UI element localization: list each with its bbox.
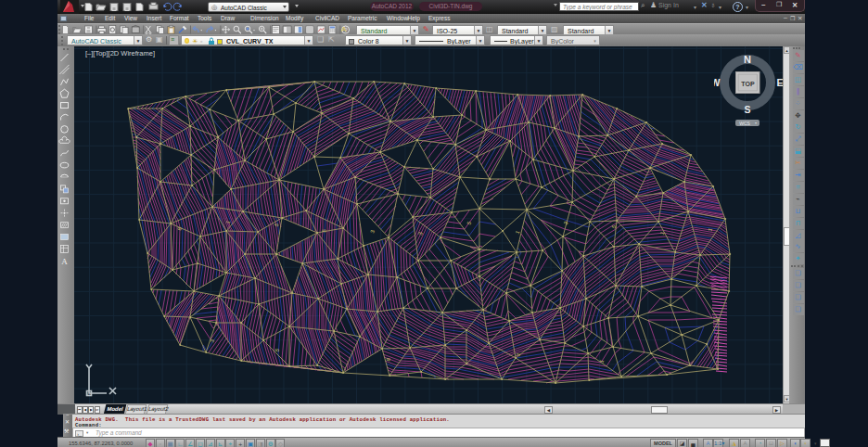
svg-text:N: N: [744, 54, 751, 65]
svg-text:S: S: [744, 104, 750, 115]
svg-text:▾: ▾: [755, 121, 757, 125]
svg-text:A: A: [61, 257, 68, 266]
svg-text:3: 3: [417, 231, 425, 236]
svg-text:3: 3: [209, 338, 216, 344]
svg-text:5: 5: [274, 348, 281, 353]
svg-text:3: 3: [369, 229, 377, 235]
svg-text:1: 1: [659, 230, 667, 236]
svg-text:1: 1: [598, 359, 606, 364]
svg-text:W: W: [714, 77, 721, 88]
svg-text:U: U: [87, 391, 91, 397]
svg-text:WCS: WCS: [739, 121, 750, 126]
svg-text:TOP: TOP: [741, 81, 755, 87]
svg-text:3: 3: [515, 352, 522, 358]
